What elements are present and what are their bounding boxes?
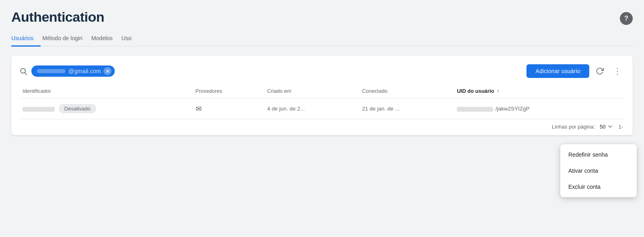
- col-identificador: Identificador: [19, 85, 192, 98]
- sort-arrow-icon: ↑: [497, 88, 499, 94]
- header-row: Authentication ?: [11, 7, 633, 31]
- page-title: Authentication: [11, 7, 104, 31]
- page-container: Authentication ? Usuários Método de logi…: [0, 0, 644, 135]
- help-icon[interactable]: ?: [620, 12, 633, 25]
- menu-item-delete-account[interactable]: Excluir conta: [560, 179, 637, 195]
- tab-uso[interactable]: Uso: [120, 31, 139, 47]
- main-card: @gmail.com ✕ Adicionar usuário ⋮ Identif…: [11, 56, 633, 135]
- menu-item-enable-account[interactable]: Ativar conta: [560, 163, 637, 179]
- search-icon: [19, 67, 27, 75]
- cell-uid: /jakw2SYIZgP: [454, 98, 625, 119]
- uid-suffix: /jakw2SYIZgP: [495, 106, 530, 112]
- table-row: Desativado ✉ 4 de jun. de 2... 21 de jan…: [19, 98, 625, 119]
- more-options-button[interactable]: ⋮: [610, 64, 625, 78]
- id-blur: [23, 107, 55, 112]
- toolbar: @gmail.com ✕ Adicionar usuário ⋮: [19, 64, 625, 78]
- rows-per-page-select[interactable]: 50: [600, 123, 613, 130]
- table-footer: Linhas por página: 50 1-: [19, 119, 625, 131]
- mail-provider-icon: ✉: [196, 105, 202, 113]
- svg-line-1: [25, 73, 27, 75]
- tab-usuarios[interactable]: Usuários: [11, 31, 41, 47]
- add-user-button[interactable]: Adicionar usuário: [526, 64, 589, 78]
- cell-conectado: 21 de jan. de ...: [359, 98, 454, 119]
- chip-close-icon[interactable]: ✕: [103, 67, 111, 75]
- dropdown-arrow-icon: [607, 123, 613, 130]
- tab-modelos[interactable]: Modelos: [90, 31, 120, 47]
- users-table: Identificador Provedores Criado em Conec…: [19, 85, 625, 119]
- context-menu: Redefinir senha Ativar conta Excluir con…: [560, 144, 637, 197]
- col-criado-em: Criado em: [264, 85, 359, 98]
- cell-provedores: ✉: [192, 98, 264, 119]
- tab-metodo-login[interactable]: Método de login: [41, 31, 90, 47]
- col-uid[interactable]: UID do usuário ↑: [454, 85, 625, 98]
- refresh-button[interactable]: [592, 64, 607, 78]
- cell-identificador: Desativado: [19, 98, 192, 119]
- search-chip[interactable]: @gmail.com ✕: [31, 65, 115, 77]
- col-conectado: Conectado: [359, 85, 454, 98]
- tabs-nav: Usuários Método de login Modelos Uso: [11, 31, 633, 47]
- search-chip-blurred: [37, 69, 65, 73]
- rows-value: 50: [600, 124, 605, 130]
- table-header-row: Identificador Provedores Criado em Conec…: [19, 85, 625, 98]
- col-provedores: Provedores: [192, 85, 264, 98]
- cell-criado-em: 4 de jun. de 2...: [264, 98, 359, 119]
- more-icon: ⋮: [613, 66, 621, 76]
- uid-blur: [457, 107, 493, 112]
- search-chip-text: @gmail.com: [68, 68, 101, 74]
- status-badge: Desativado: [59, 104, 96, 113]
- lines-per-page-label: Linhas por página:: [552, 124, 595, 130]
- menu-item-reset-password[interactable]: Redefinir senha: [560, 147, 637, 163]
- pagination-text: 1-: [618, 124, 623, 130]
